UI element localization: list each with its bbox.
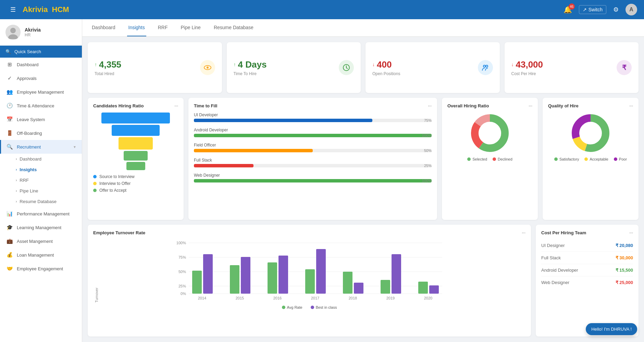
tab-rrf[interactable]: RRF — [157, 19, 169, 36]
stat-time-to-hire: ↑ 4 Days Time To Hire — [227, 42, 361, 93]
chevron-icon: › — [16, 178, 17, 182]
notification-badge: 46 — [569, 3, 575, 10]
legend-dot — [93, 175, 97, 178]
recruitment-submenu: › Dashboard › Insights › RRF › Pipe Line… — [0, 154, 82, 207]
svg-point-15 — [580, 123, 601, 143]
logo: Akrivia HCM — [23, 5, 69, 14]
bar-item-field-officer: Field Officer 50% — [194, 143, 432, 152]
chart-menu-icon[interactable]: ··· — [629, 103, 633, 108]
svg-text:2017: 2017 — [311, 296, 319, 300]
notification-bell[interactable]: 🔔 46 — [564, 5, 572, 14]
sub-rrf[interactable]: › RRF — [16, 175, 82, 186]
svg-rect-45 — [429, 285, 439, 294]
svg-text:2014: 2014 — [198, 296, 206, 300]
avatar[interactable]: A — [626, 4, 637, 15]
svg-text:2016: 2016 — [273, 296, 282, 300]
bar-item-android-developer: Android Developer 100% — [194, 128, 432, 137]
svg-rect-38 — [343, 272, 352, 294]
sidebar-item-learning-management[interactable]: 🎓 Learning Management — [0, 221, 82, 234]
sidebar-item-leave-system[interactable]: 📅 Leave System — [0, 113, 82, 126]
expand-icon: ▼ — [73, 145, 76, 149]
chart-menu-icon[interactable]: ··· — [428, 103, 432, 108]
funnel-layer-2 — [112, 125, 160, 136]
chevron-icon: › — [16, 189, 17, 193]
arrow-down-icon: ↓ — [372, 62, 375, 67]
switch-label: Switch — [589, 7, 603, 12]
bar-fill — [194, 179, 432, 182]
chart-menu-icon[interactable]: ··· — [629, 230, 633, 235]
switch-button[interactable]: ↗ Switch — [579, 5, 606, 14]
learning-icon: 🎓 — [7, 224, 13, 231]
sidebar-toggle[interactable]: ☰ — [10, 6, 16, 13]
arrow-down-icon: ↓ — [511, 62, 514, 67]
sidebar-item-loan-management[interactable]: 💰 Loan Management — [0, 248, 82, 262]
tab-resume-database[interactable]: Resume Database — [212, 19, 255, 36]
bar-fill — [194, 134, 432, 137]
sidebar-item-employee-engagement[interactable]: 🤝 Employee Engagement — [0, 262, 82, 275]
sidebar-item-recruitment[interactable]: 🔍 Recruitment ▼ — [0, 140, 82, 154]
svg-rect-26 — [192, 271, 202, 294]
logo-accent: HCM — [52, 5, 69, 14]
sidebar-item-dashboard[interactable]: ⊞ Dashboard — [0, 58, 82, 71]
leave-system-icon: 📅 — [7, 116, 13, 122]
cost-row-full-stack: Full Stack ₹ 30,000 — [541, 252, 633, 264]
arrow-up-icon: ↑ — [95, 62, 97, 67]
funnel-layer-5 — [126, 162, 145, 170]
quality-of-hire-card: Quality of Hire ··· — [543, 98, 639, 220]
sidebar-item-employee-management[interactable]: 👥 Employee Management — [0, 85, 82, 99]
total-hired-value: 4,355 — [99, 59, 121, 70]
search-icon: 🔍 — [5, 49, 11, 54]
tab-dashboard[interactable]: Dashboard — [90, 19, 117, 36]
sub-resume-database[interactable]: › Resume Database — [16, 196, 82, 207]
legend-interview-offer: Interview to Offer — [93, 181, 178, 186]
cost-per-hiring-team-card: Cost Per Hiring Team ··· UI Designer ₹ 2… — [536, 225, 639, 337]
stats-row: ↑ 4,355 Total Hired — [88, 42, 639, 93]
stat-open-positions: ↓ 400 Open Positions — [366, 42, 500, 93]
sidebar-item-off-boarding[interactable]: 🚪 Off-Boarding — [0, 126, 82, 140]
bar-fill — [194, 119, 372, 122]
candidates-hiring-ratio-card: Candidates Hiring Ratio ··· Source to — [88, 98, 184, 220]
svg-rect-35 — [305, 269, 315, 294]
svg-rect-30 — [241, 257, 250, 294]
tab-pipeline[interactable]: Pipe Line — [179, 19, 202, 36]
bar-item-full-stack: Full Stack 25% — [194, 158, 432, 167]
quality-donut-legend: Satisfactory Acceptable Poor — [548, 157, 633, 161]
chart-title: Time to Fill ··· — [194, 103, 432, 108]
chevron-icon: › — [16, 157, 17, 161]
chart-title: Cost Per Hiring Team ··· — [541, 230, 633, 235]
sidebar-item-approvals[interactable]: ✓ Approvals — [0, 71, 82, 85]
svg-rect-36 — [316, 249, 326, 294]
sidebar-nav: ⊞ Dashboard ✓ Approvals 👥 Employee Manag… — [0, 58, 82, 342]
svg-rect-29 — [230, 265, 239, 294]
chart-title: Employee Turnover Rate ··· — [93, 230, 525, 235]
tab-insights[interactable]: Insights — [127, 19, 146, 36]
svg-text:25%: 25% — [178, 284, 186, 288]
employee-turnover-card: Employee Turnover Rate ··· Turnover — [88, 225, 531, 337]
sub-pipeline[interactable]: › Pipe Line — [16, 186, 82, 196]
overall-donut-legend: Selected Declined — [447, 157, 532, 161]
chat-bubble[interactable]: Hello! I'm DHRUVA ! — [586, 323, 637, 335]
sub-dashboard[interactable]: › Dashboard — [16, 154, 82, 164]
settings-icon[interactable]: ⚙ — [613, 6, 619, 13]
total-hired-label: Total Hired — [95, 71, 121, 76]
svg-rect-39 — [354, 283, 363, 294]
sidebar-item-performance-management[interactable]: 📊 Performance Management — [0, 207, 82, 221]
svg-rect-41 — [381, 280, 390, 294]
quick-search[interactable]: 🔍 Quick Search — [0, 46, 82, 58]
svg-point-1 — [10, 28, 16, 33]
cost-row-web-designer: Web Designer ₹ 25,000 — [541, 276, 633, 288]
asset-icon: 💼 — [7, 238, 13, 244]
total-hired-icon — [200, 60, 215, 75]
chart-menu-icon[interactable]: ··· — [522, 230, 525, 235]
chart-menu-icon[interactable]: ··· — [529, 103, 532, 108]
sidebar-item-time-attendance[interactable]: 🕐 Time & Attendance — [0, 99, 82, 113]
chart-title: Quality of Hire ··· — [548, 103, 633, 108]
sub-insights[interactable]: › Insights — [16, 164, 82, 175]
legend-dot — [93, 189, 97, 192]
legend-satisfactory: Satisfactory — [554, 157, 579, 161]
chevron-icon: › — [16, 200, 17, 203]
switch-icon: ↗ — [583, 7, 587, 12]
chart-menu-icon[interactable]: ··· — [174, 103, 178, 108]
sidebar-item-asset-management[interactable]: 💼 Asset Mangement — [0, 234, 82, 248]
legend-source-interview: Source to Interview — [93, 174, 178, 179]
